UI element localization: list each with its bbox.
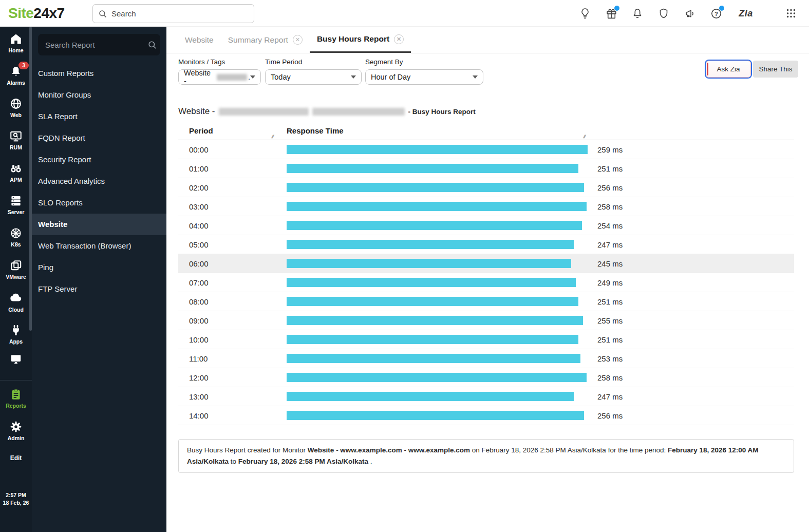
response-time-bar [287,354,580,363]
time-period-select[interactable]: Today [265,69,362,85]
bar-cell [287,373,597,382]
shield-icon[interactable] [657,7,670,20]
response-time-bar [287,335,578,344]
response-time-value: 251 ms [597,335,794,344]
nav-item-web-transaction[interactable]: Web Transaction (Browser) [32,235,166,257]
home-icon [9,32,23,46]
response-time-column-header[interactable]: Response Time // [287,121,794,140]
logo-part-black: 24x7 [33,5,64,21]
tab-busy-hours-report[interactable]: Busy Hours Report ✕ [310,27,411,53]
sidebar-item-apm[interactable]: APM [0,156,32,188]
chevron-down-icon [351,75,356,79]
help-icon[interactable]: ? [709,7,723,20]
redacted-title-part [219,108,309,116]
bulb-icon[interactable] [578,7,592,20]
report-search[interactable] [38,34,160,55]
search-icon [98,9,107,18]
column-resize-handle[interactable]: // [582,134,586,139]
sidebar-item-rum[interactable]: RUM [0,124,32,156]
global-search[interactable] [92,4,254,23]
close-icon[interactable]: ✕ [394,34,404,44]
period-cell: 02:00 [178,183,287,192]
tab-website[interactable]: Website [178,27,221,53]
alarm-count-badge: 3 [18,62,29,69]
table-row: 11:00253 ms [178,349,794,368]
nav-item-custom-reports[interactable]: Custom Reports [32,63,166,84]
search-input[interactable] [111,9,249,18]
period-cell: 11:00 [178,354,287,363]
apps-grid-icon[interactable] [784,7,798,20]
sidebar-item-web[interactable]: Web [0,91,32,124]
zia-icon[interactable]: Zia [736,7,756,20]
sidebar-item-k8s[interactable]: K8s [0,221,32,253]
sidebar-item-cloud[interactable]: Cloud [0,286,32,318]
nav-item-monitor-groups[interactable]: Monitor Groups [32,84,166,106]
sidebar-item-admin[interactable]: Admin [0,414,32,447]
sidebar-item-server[interactable]: Server [0,188,32,221]
nav-item-sla-report[interactable]: SLA Report [32,106,166,127]
table-row: 10:00251 ms [178,330,794,349]
gift-icon[interactable] [605,7,618,20]
response-time-value: 251 ms [597,297,794,306]
response-time-bar [287,164,578,173]
ask-zia-button[interactable]: Ask Zia [706,61,751,78]
close-icon[interactable]: ✕ [293,35,303,45]
plug-icon [9,324,23,337]
response-time-bar [287,411,584,420]
nav-item-slo-reports[interactable]: SLO Reports [32,192,166,214]
bell-icon[interactable] [631,7,644,20]
bar-cell [287,183,597,192]
table-header: Period // Response Time // [178,121,794,140]
column-resize-handle[interactable]: // [271,134,274,139]
response-time-bar [287,221,582,230]
sidebar-item-desktop[interactable] [0,350,32,368]
period-cell: 07:00 [178,278,287,287]
bar-cell [287,297,597,306]
desktop-icon [9,352,23,366]
nav-item-ftp-server[interactable]: FTP Server [32,278,166,300]
segment-by-filter: Segment By Hour of Day [365,58,483,85]
period-cell: 12:00 [178,373,287,382]
server-icon [9,194,23,207]
table-row: 12:00258 ms [178,368,794,387]
megaphone-icon[interactable] [683,7,697,20]
cloud-icon [9,291,23,305]
binoculars-icon [9,162,23,175]
bar-cell [287,221,597,230]
sidebar-item-alarms[interactable]: 3 Alarms [0,59,32,91]
nav-item-website[interactable]: Website [32,214,166,235]
period-cell: 01:00 [178,164,287,173]
monitors-select[interactable]: Website - . [178,69,261,85]
period-cell: 09:00 [178,316,287,325]
sidebar-item-vmware[interactable]: VMware [0,253,32,286]
response-time-bar [287,278,576,287]
response-time-value: 251 ms [597,164,794,173]
segment-by-select[interactable]: Hour of Day [365,69,483,85]
period-column-header[interactable]: Period // [178,121,287,140]
svg-text:?: ? [714,10,718,16]
report-title-prefix: Website - [178,106,215,117]
period-cell: 06:00 [178,259,287,268]
nav-item-advanced-analytics[interactable]: Advanced Analytics [32,170,166,192]
search-icon [147,40,157,50]
sidebar-item-reports[interactable]: Reports [0,382,32,414]
nav-item-ping[interactable]: Ping [32,257,166,278]
share-this-button[interactable]: Share This [753,61,798,78]
response-time-bar [287,183,584,192]
time-period-filter: Time Period Today [265,58,362,85]
clock-time: 2:57 PM [0,491,32,499]
bar-cell [287,240,597,249]
period-cell: 13:00 [178,392,287,401]
sidebar-item-apps[interactable]: Apps [0,318,32,350]
sidebar-item-edit[interactable]: Edit [0,447,32,467]
nav-item-fqdn-report[interactable]: FQDN Report [32,127,166,149]
sidebar-clock: 2:57 PM 18 Feb, 26 [0,491,32,507]
sidebar-item-home[interactable]: Home [0,27,32,59]
report-section: Website - - Busy Hours Report Period // … [178,106,794,473]
site24x7-logo[interactable]: Site24x7 [8,5,65,22]
table-row: 08:00251 ms [178,292,794,311]
primary-sidebar: Home 3 Alarms Web RUM APM Server K8s [0,27,32,532]
tab-summary-report[interactable]: Summary Report ✕ [221,27,310,53]
nav-item-security-report[interactable]: Security Report [32,149,166,170]
report-search-input[interactable] [45,41,147,49]
